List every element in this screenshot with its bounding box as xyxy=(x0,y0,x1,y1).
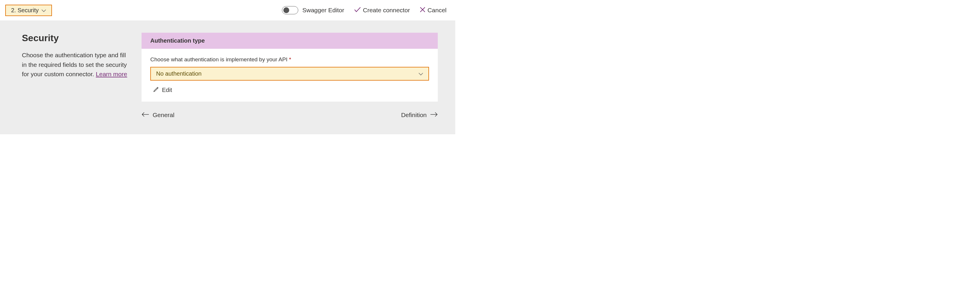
close-icon xyxy=(420,7,425,14)
auth-selected-value: No authentication xyxy=(156,70,202,77)
swagger-label: Swagger Editor xyxy=(302,7,344,14)
step-label: 2. Security xyxy=(11,7,38,14)
right-column: Authentication type Choose what authenti… xyxy=(142,33,438,120)
edit-label: Edit xyxy=(162,87,172,93)
cancel-button[interactable]: Cancel xyxy=(420,7,447,14)
cancel-label: Cancel xyxy=(428,7,447,14)
prev-label: General xyxy=(153,112,175,118)
required-mark: * xyxy=(289,56,291,62)
page-title: Security xyxy=(22,33,130,43)
swagger-toggle[interactable]: Swagger Editor xyxy=(282,6,344,14)
auth-field-label: Choose what authentication is implemente… xyxy=(150,56,429,63)
page-description: Choose the authentication type and fill … xyxy=(22,51,130,79)
step-dropdown[interactable]: 2. Security xyxy=(5,5,52,16)
topbar: 2. Security Swagger Editor Create connec… xyxy=(0,0,455,21)
auth-card-header: Authentication type xyxy=(142,33,438,49)
left-column: Security Choose the authentication type … xyxy=(22,33,130,120)
arrow-left-icon xyxy=(142,112,149,118)
toggle-knob xyxy=(283,7,289,13)
auth-card: Authentication type Choose what authenti… xyxy=(142,33,438,102)
workspace: Security Choose the authentication type … xyxy=(0,21,455,134)
topbar-actions: Swagger Editor Create connector Cancel xyxy=(282,6,447,14)
next-button[interactable]: Definition xyxy=(401,112,438,118)
toggle-track xyxy=(282,6,298,14)
arrow-right-icon xyxy=(430,112,438,118)
learn-more-link[interactable]: Learn more xyxy=(96,71,127,77)
check-icon xyxy=(354,7,361,14)
create-label: Create connector xyxy=(363,7,410,14)
chevron-down-icon xyxy=(418,70,423,77)
create-connector-button[interactable]: Create connector xyxy=(354,7,410,14)
auth-field-text: Choose what authentication is implemente… xyxy=(150,56,288,62)
chevron-down-icon xyxy=(41,7,46,14)
nav-row: General Definition xyxy=(142,112,438,118)
next-label: Definition xyxy=(401,112,427,118)
auth-type-select[interactable]: No authentication xyxy=(150,67,429,81)
pencil-icon xyxy=(153,86,159,93)
auth-card-body: Choose what authentication is implemente… xyxy=(142,49,438,102)
edit-button[interactable]: Edit xyxy=(153,86,172,93)
prev-button[interactable]: General xyxy=(142,112,175,118)
